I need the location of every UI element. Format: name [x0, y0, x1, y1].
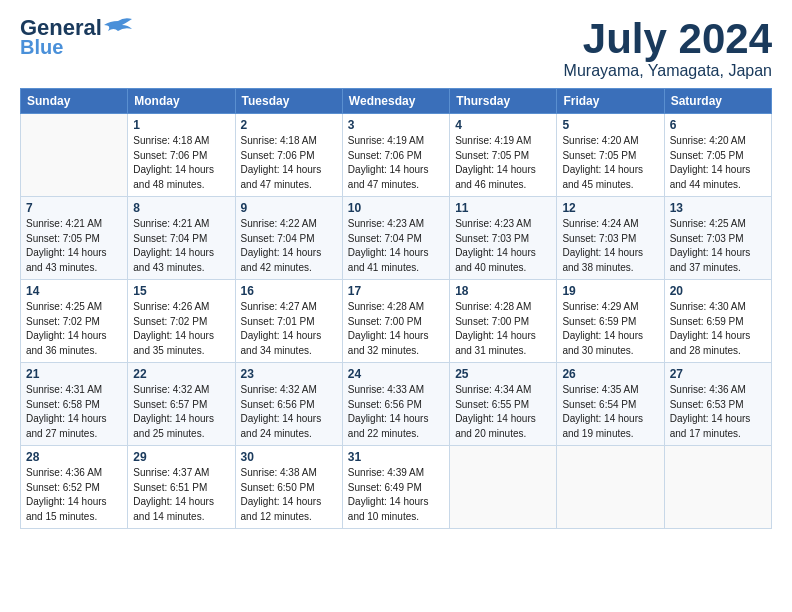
weekday-label: Wednesday: [342, 89, 449, 114]
day-number: 2: [241, 118, 337, 132]
cell-info: Sunrise: 4:36 AMSunset: 6:52 PMDaylight:…: [26, 466, 122, 524]
cell-info: Sunrise: 4:27 AMSunset: 7:01 PMDaylight:…: [241, 300, 337, 358]
cell-info: Sunrise: 4:32 AMSunset: 6:56 PMDaylight:…: [241, 383, 337, 441]
calendar-cell: 11Sunrise: 4:23 AMSunset: 7:03 PMDayligh…: [450, 197, 557, 280]
calendar-cell: 3Sunrise: 4:19 AMSunset: 7:06 PMDaylight…: [342, 114, 449, 197]
cell-info: Sunrise: 4:24 AMSunset: 7:03 PMDaylight:…: [562, 217, 658, 275]
calendar-cell: [557, 446, 664, 529]
day-number: 9: [241, 201, 337, 215]
calendar-cell: 2Sunrise: 4:18 AMSunset: 7:06 PMDaylight…: [235, 114, 342, 197]
cell-info: Sunrise: 4:39 AMSunset: 6:49 PMDaylight:…: [348, 466, 444, 524]
cell-info: Sunrise: 4:33 AMSunset: 6:56 PMDaylight:…: [348, 383, 444, 441]
cell-info: Sunrise: 4:20 AMSunset: 7:05 PMDaylight:…: [670, 134, 766, 192]
calendar-week-row: 14Sunrise: 4:25 AMSunset: 7:02 PMDayligh…: [21, 280, 772, 363]
day-number: 18: [455, 284, 551, 298]
weekday-label: Friday: [557, 89, 664, 114]
day-number: 25: [455, 367, 551, 381]
location: Murayama, Yamagata, Japan: [564, 62, 772, 80]
calendar-cell: 29Sunrise: 4:37 AMSunset: 6:51 PMDayligh…: [128, 446, 235, 529]
calendar-cell: 19Sunrise: 4:29 AMSunset: 6:59 PMDayligh…: [557, 280, 664, 363]
day-number: 3: [348, 118, 444, 132]
cell-info: Sunrise: 4:28 AMSunset: 7:00 PMDaylight:…: [455, 300, 551, 358]
day-number: 10: [348, 201, 444, 215]
cell-info: Sunrise: 4:28 AMSunset: 7:00 PMDaylight:…: [348, 300, 444, 358]
weekday-label: Thursday: [450, 89, 557, 114]
calendar-cell: 28Sunrise: 4:36 AMSunset: 6:52 PMDayligh…: [21, 446, 128, 529]
cell-info: Sunrise: 4:36 AMSunset: 6:53 PMDaylight:…: [670, 383, 766, 441]
day-number: 1: [133, 118, 229, 132]
calendar-cell: 27Sunrise: 4:36 AMSunset: 6:53 PMDayligh…: [664, 363, 771, 446]
cell-info: Sunrise: 4:21 AMSunset: 7:04 PMDaylight:…: [133, 217, 229, 275]
logo-blue: Blue: [20, 36, 63, 58]
calendar-cell: 26Sunrise: 4:35 AMSunset: 6:54 PMDayligh…: [557, 363, 664, 446]
calendar-cell: 20Sunrise: 4:30 AMSunset: 6:59 PMDayligh…: [664, 280, 771, 363]
calendar-cell: 8Sunrise: 4:21 AMSunset: 7:04 PMDaylight…: [128, 197, 235, 280]
day-number: 31: [348, 450, 444, 464]
logo: General Blue: [20, 16, 132, 58]
cell-info: Sunrise: 4:19 AMSunset: 7:06 PMDaylight:…: [348, 134, 444, 192]
day-number: 6: [670, 118, 766, 132]
calendar-cell: 31Sunrise: 4:39 AMSunset: 6:49 PMDayligh…: [342, 446, 449, 529]
calendar-cell: 5Sunrise: 4:20 AMSunset: 7:05 PMDaylight…: [557, 114, 664, 197]
calendar-cell: [450, 446, 557, 529]
day-number: 30: [241, 450, 337, 464]
cell-info: Sunrise: 4:35 AMSunset: 6:54 PMDaylight:…: [562, 383, 658, 441]
calendar-cell: 13Sunrise: 4:25 AMSunset: 7:03 PMDayligh…: [664, 197, 771, 280]
calendar-cell: 24Sunrise: 4:33 AMSunset: 6:56 PMDayligh…: [342, 363, 449, 446]
calendar-cell: [21, 114, 128, 197]
cell-info: Sunrise: 4:30 AMSunset: 6:59 PMDaylight:…: [670, 300, 766, 358]
title-block: July 2024 Murayama, Yamagata, Japan: [564, 16, 772, 80]
day-number: 14: [26, 284, 122, 298]
calendar-cell: 14Sunrise: 4:25 AMSunset: 7:02 PMDayligh…: [21, 280, 128, 363]
cell-info: Sunrise: 4:23 AMSunset: 7:03 PMDaylight:…: [455, 217, 551, 275]
cell-info: Sunrise: 4:25 AMSunset: 7:03 PMDaylight:…: [670, 217, 766, 275]
day-number: 24: [348, 367, 444, 381]
day-number: 16: [241, 284, 337, 298]
calendar-cell: 25Sunrise: 4:34 AMSunset: 6:55 PMDayligh…: [450, 363, 557, 446]
calendar-cell: 16Sunrise: 4:27 AMSunset: 7:01 PMDayligh…: [235, 280, 342, 363]
calendar-cell: 12Sunrise: 4:24 AMSunset: 7:03 PMDayligh…: [557, 197, 664, 280]
day-number: 27: [670, 367, 766, 381]
cell-info: Sunrise: 4:32 AMSunset: 6:57 PMDaylight:…: [133, 383, 229, 441]
calendar-cell: 22Sunrise: 4:32 AMSunset: 6:57 PMDayligh…: [128, 363, 235, 446]
calendar-week-row: 7Sunrise: 4:21 AMSunset: 7:05 PMDaylight…: [21, 197, 772, 280]
calendar-cell: 15Sunrise: 4:26 AMSunset: 7:02 PMDayligh…: [128, 280, 235, 363]
weekday-label: Sunday: [21, 89, 128, 114]
logo-bird-icon: [104, 17, 132, 39]
page-header: General Blue July 2024 Murayama, Yamagat…: [20, 16, 772, 80]
day-number: 12: [562, 201, 658, 215]
cell-info: Sunrise: 4:23 AMSunset: 7:04 PMDaylight:…: [348, 217, 444, 275]
day-number: 13: [670, 201, 766, 215]
calendar-cell: 23Sunrise: 4:32 AMSunset: 6:56 PMDayligh…: [235, 363, 342, 446]
calendar-cell: 10Sunrise: 4:23 AMSunset: 7:04 PMDayligh…: [342, 197, 449, 280]
day-number: 26: [562, 367, 658, 381]
day-number: 17: [348, 284, 444, 298]
cell-info: Sunrise: 4:29 AMSunset: 6:59 PMDaylight:…: [562, 300, 658, 358]
cell-info: Sunrise: 4:20 AMSunset: 7:05 PMDaylight:…: [562, 134, 658, 192]
calendar-cell: 7Sunrise: 4:21 AMSunset: 7:05 PMDaylight…: [21, 197, 128, 280]
calendar-cell: 30Sunrise: 4:38 AMSunset: 6:50 PMDayligh…: [235, 446, 342, 529]
calendar-cell: 1Sunrise: 4:18 AMSunset: 7:06 PMDaylight…: [128, 114, 235, 197]
weekday-label: Tuesday: [235, 89, 342, 114]
calendar-cell: [664, 446, 771, 529]
day-number: 20: [670, 284, 766, 298]
day-number: 23: [241, 367, 337, 381]
day-number: 8: [133, 201, 229, 215]
day-number: 4: [455, 118, 551, 132]
cell-info: Sunrise: 4:31 AMSunset: 6:58 PMDaylight:…: [26, 383, 122, 441]
calendar-header: SundayMondayTuesdayWednesdayThursdayFrid…: [21, 89, 772, 114]
cell-info: Sunrise: 4:19 AMSunset: 7:05 PMDaylight:…: [455, 134, 551, 192]
cell-info: Sunrise: 4:26 AMSunset: 7:02 PMDaylight:…: [133, 300, 229, 358]
day-number: 15: [133, 284, 229, 298]
cell-info: Sunrise: 4:37 AMSunset: 6:51 PMDaylight:…: [133, 466, 229, 524]
calendar-cell: 9Sunrise: 4:22 AMSunset: 7:04 PMDaylight…: [235, 197, 342, 280]
cell-info: Sunrise: 4:38 AMSunset: 6:50 PMDaylight:…: [241, 466, 337, 524]
weekday-header-row: SundayMondayTuesdayWednesdayThursdayFrid…: [21, 89, 772, 114]
calendar-week-row: 1Sunrise: 4:18 AMSunset: 7:06 PMDaylight…: [21, 114, 772, 197]
calendar-body: 1Sunrise: 4:18 AMSunset: 7:06 PMDaylight…: [21, 114, 772, 529]
weekday-label: Monday: [128, 89, 235, 114]
month-title: July 2024: [564, 16, 772, 62]
calendar-cell: 6Sunrise: 4:20 AMSunset: 7:05 PMDaylight…: [664, 114, 771, 197]
day-number: 28: [26, 450, 122, 464]
calendar-table: SundayMondayTuesdayWednesdayThursdayFrid…: [20, 88, 772, 529]
